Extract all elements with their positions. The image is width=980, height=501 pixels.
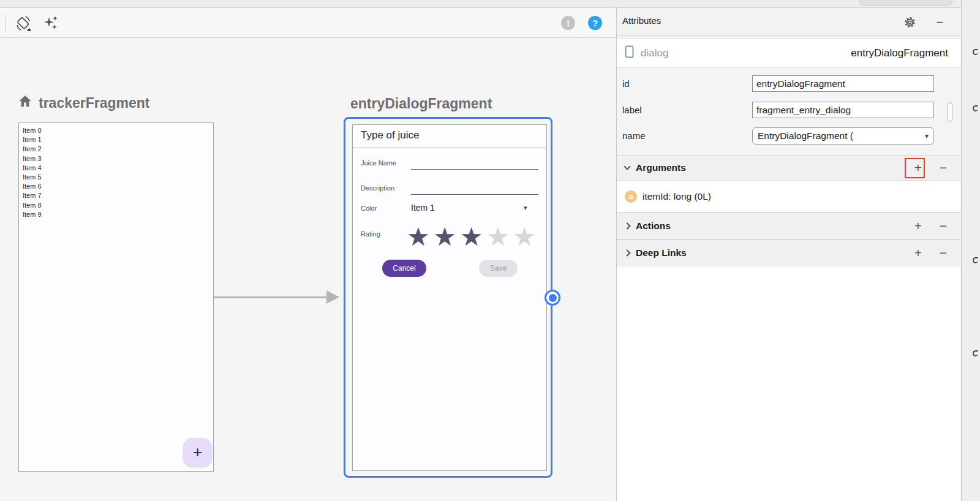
clipped-right-strip <box>961 0 980 501</box>
rating-label: Rating <box>361 230 380 238</box>
window-top-strip <box>0 0 980 8</box>
description-label: Description <box>361 184 394 192</box>
color-label: Color <box>361 205 377 212</box>
component-row: dialog entryDialogFragment <box>617 39 960 67</box>
rating-stars: ★ ★ ★ ★ ★ <box>407 224 534 250</box>
color-dropdown-value: Item 1 <box>411 203 435 213</box>
action-connection-handle[interactable] <box>545 290 560 306</box>
deep-links-section-label: Deep Links <box>636 247 687 258</box>
tracker-fragment-label: trackerFragment <box>39 95 150 111</box>
list-item: Item 6 <box>23 182 213 191</box>
gear-icon[interactable] <box>902 15 917 29</box>
add-action-button[interactable]: + <box>910 218 926 234</box>
clipped-content-fragment <box>973 49 978 55</box>
section-arguments[interactable]: Arguments + − <box>617 155 960 181</box>
star-filled-icon: ★ <box>433 222 454 251</box>
navigation-action-arrowhead <box>326 290 339 304</box>
list-item: Item 7 <box>23 191 213 200</box>
add-deep-link-button[interactable]: + <box>910 245 926 261</box>
component-name-value: entryDialogFragment <box>851 47 948 59</box>
clipped-content-fragment <box>973 350 978 356</box>
tracker-item-list: Item 0 Item 1 Item 2 Item 3 Item 4 Item … <box>19 123 213 219</box>
entry-dialog-preview[interactable] <box>352 124 547 471</box>
star-empty-icon: ★ <box>513 222 534 251</box>
navigation-action-arrow[interactable] <box>214 296 328 298</box>
navigation-editor-window: ! ? trackerFragment Item 0 Item 1 Item 2… <box>0 0 980 501</box>
hide-panel-icon[interactable]: − <box>932 14 948 30</box>
list-item: Item 5 <box>23 173 213 182</box>
action-connection-handle-dot <box>549 294 557 302</box>
description-field <box>411 194 538 195</box>
list-item: Item 3 <box>23 154 213 164</box>
attributes-panel-header: Attributes − <box>617 8 960 36</box>
help-icon[interactable]: ? <box>588 16 602 30</box>
remove-deep-link-button[interactable]: − <box>935 245 951 261</box>
section-actions[interactable]: Actions + − <box>617 213 960 239</box>
attributes-panel-empty-area <box>617 266 960 501</box>
design-toolbar: ! ? <box>0 8 616 38</box>
remove-argument-button[interactable]: − <box>935 160 951 176</box>
save-button: Save <box>479 260 518 277</box>
dialog-title-divider <box>353 147 546 148</box>
attributes-panel: Attributes − dialog entryDialogFragment … <box>616 8 960 501</box>
argument-text: itemId: long (0L) <box>643 191 711 202</box>
red-highlight-box <box>905 158 925 178</box>
tracker-fragment-preview[interactable]: Item 0 Item 1 Item 2 Item 3 Item 4 Item … <box>18 122 214 472</box>
clipped-content-fragment <box>973 105 978 111</box>
dialog-destination-icon <box>625 45 634 61</box>
id-field-label: id <box>622 78 630 89</box>
panel-scrollbar[interactable] <box>947 102 952 122</box>
add-entry-fab: + <box>183 438 212 467</box>
toolbar-drag-handle[interactable] <box>6 14 6 32</box>
list-item: Item 0 <box>23 126 213 135</box>
list-item: Item 9 <box>23 210 213 219</box>
list-item: Item 4 <box>23 164 213 173</box>
chevron-down-icon: ▾ <box>925 132 929 140</box>
label-field-label: label <box>622 105 642 115</box>
star-filled-icon: ★ <box>407 222 428 251</box>
entry-dialog-fragment-title[interactable]: entryDialogFragment <box>350 96 492 112</box>
home-icon <box>17 94 33 112</box>
argument-list-item[interactable]: a itemId: long (0L) <box>617 181 960 213</box>
list-item: Item 1 <box>23 135 213 145</box>
cancel-button: Cancel <box>382 260 426 277</box>
star-empty-icon: ★ <box>486 222 508 251</box>
id-field-row: id <box>617 75 960 92</box>
id-input[interactable] <box>752 75 934 92</box>
actions-section-label: Actions <box>636 220 671 232</box>
chevron-down-icon <box>624 163 630 170</box>
label-input[interactable] <box>752 102 934 118</box>
sparkles-icon[interactable] <box>42 13 61 33</box>
star-filled-icon: ★ <box>460 222 481 251</box>
panel-title: Attributes <box>622 15 661 26</box>
chevron-right-icon <box>624 222 630 229</box>
juice-name-label: Juice Name <box>361 159 396 167</box>
juice-name-field <box>411 169 538 170</box>
list-item: Item 2 <box>23 145 213 154</box>
clipped-top-tab <box>859 0 952 6</box>
list-item: Item 8 <box>23 201 213 210</box>
label-field-row: label <box>617 102 960 118</box>
issues-indicator-icon[interactable]: ! <box>561 16 575 30</box>
name-field-label: name <box>622 130 646 141</box>
remove-action-button[interactable]: − <box>935 218 951 234</box>
name-combobox-value: EntryDialogFragment ( <box>758 130 853 141</box>
tracker-fragment-title[interactable]: trackerFragment <box>17 94 150 112</box>
section-deep-links[interactable]: Deep Links + − <box>617 239 960 266</box>
clipped-content-fragment <box>973 257 978 263</box>
color-dropdown-caret-icon: ▾ <box>524 204 527 212</box>
arguments-section-label: Arguments <box>636 162 686 173</box>
name-field-row: name EntryDialogFragment ( ▾ <box>617 127 960 144</box>
dialog-title: Type of juice <box>361 129 419 141</box>
component-type-label: dialog <box>641 47 668 59</box>
argument-badge-icon: a <box>625 190 637 203</box>
rotate-device-icon[interactable] <box>13 13 33 33</box>
name-combobox[interactable]: EntryDialogFragment ( ▾ <box>752 127 934 145</box>
entry-dialog-fragment-label: entryDialogFragment <box>350 96 492 112</box>
chevron-right-icon <box>624 249 630 256</box>
